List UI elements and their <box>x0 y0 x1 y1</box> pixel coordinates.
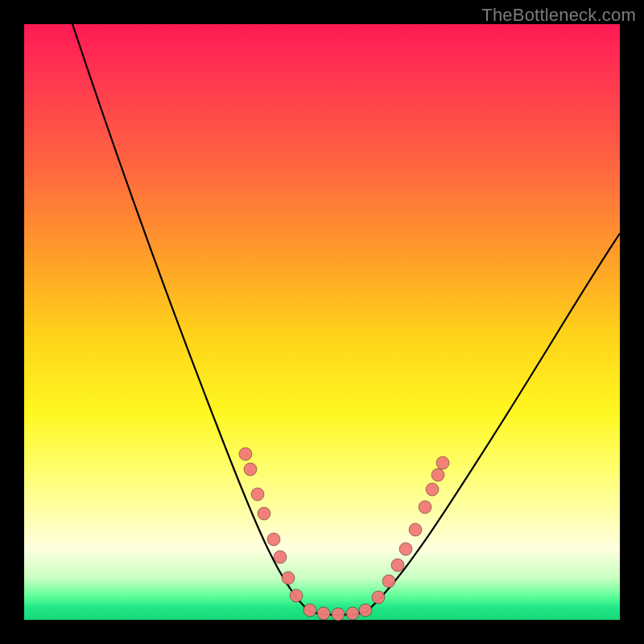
svg-point-4 <box>267 533 280 546</box>
svg-point-20 <box>431 469 444 481</box>
svg-point-13 <box>372 591 385 604</box>
svg-point-10 <box>332 608 345 621</box>
svg-point-12 <box>359 604 372 617</box>
svg-point-17 <box>409 523 422 536</box>
svg-point-9 <box>317 607 330 620</box>
marker-dots <box>239 448 449 621</box>
svg-point-15 <box>391 559 404 572</box>
svg-point-21 <box>436 456 449 469</box>
svg-point-11 <box>346 607 359 620</box>
svg-point-19 <box>426 483 439 496</box>
svg-point-7 <box>290 589 303 602</box>
svg-point-5 <box>274 551 287 564</box>
chart-overlay <box>24 24 620 620</box>
svg-point-16 <box>399 543 412 555</box>
bottleneck-curve <box>72 24 620 615</box>
svg-point-0 <box>239 448 252 460</box>
svg-point-6 <box>282 572 295 584</box>
svg-point-8 <box>303 604 316 617</box>
gradient-plot-area <box>24 24 620 620</box>
svg-point-1 <box>244 463 257 476</box>
svg-point-3 <box>258 507 270 520</box>
svg-point-18 <box>419 501 431 514</box>
svg-point-14 <box>382 575 395 588</box>
svg-point-2 <box>251 488 264 501</box>
attribution-watermark: TheBottleneck.com <box>481 5 636 26</box>
